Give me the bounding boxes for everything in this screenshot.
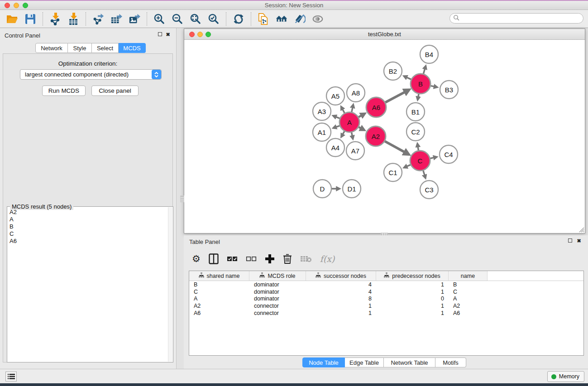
cell-shared-name[interactable]: B — [189, 281, 249, 288]
task-history-button[interactable] — [5, 372, 17, 381]
cell-shared-name[interactable]: A — [189, 295, 249, 302]
mcds-result-list[interactable]: A2ABCA6 — [8, 209, 167, 361]
network-canvas[interactable]: B4B2BB3B1C2A5A8A6A3AA1A2A4A7CC4C1C3DD1 — [184, 40, 585, 233]
vertical-splitter-handle[interactable] — [180, 195, 184, 202]
graph-node-B[interactable]: B — [411, 74, 430, 94]
toggle-view-eye-icon[interactable] — [312, 13, 324, 25]
search-box[interactable] — [449, 13, 583, 24]
edge-A2-C[interactable] — [385, 141, 408, 154]
network-minimize-button[interactable] — [197, 32, 203, 37]
clone-network-icon[interactable] — [258, 13, 269, 25]
result-scrollbar[interactable] — [168, 207, 172, 362]
zoom-in-icon[interactable] — [153, 13, 165, 25]
result-item[interactable]: A6 — [8, 238, 167, 245]
table-settings-icon[interactable]: ⚙ — [192, 253, 201, 265]
tab-edge-table[interactable]: Edge Table — [345, 357, 384, 367]
table-row[interactable]: A2connector11A2 — [189, 302, 583, 310]
zoom-selected-icon[interactable] — [208, 13, 220, 25]
cell-MCDS-role[interactable]: dominator — [249, 295, 306, 302]
table-row[interactable]: Cdominator41C — [189, 288, 583, 295]
cell-name[interactable]: C — [449, 289, 488, 295]
graph-node-A[interactable]: A — [339, 112, 359, 132]
table-close-icon[interactable]: ✖ — [576, 238, 582, 244]
cell-predecessor-nodes[interactable]: 0 — [376, 295, 449, 302]
close-panel-icon[interactable]: ✖ — [165, 32, 171, 38]
table-float-icon[interactable] — [567, 238, 573, 244]
tab-node-table[interactable]: Node Table — [302, 357, 345, 367]
edge-A-A7[interactable] — [352, 133, 353, 139]
cell-name[interactable]: A2 — [449, 303, 488, 309]
cell-name[interactable]: B — [449, 281, 488, 288]
minimize-window-button[interactable] — [14, 3, 19, 8]
edge-A-A8[interactable] — [352, 105, 353, 112]
column-header-MCDS-role[interactable]: MCDS role — [249, 271, 306, 281]
graph-node-A8[interactable]: A8 — [347, 84, 365, 102]
tab-network[interactable]: Network — [35, 43, 68, 53]
graph-node-B1[interactable]: B1 — [406, 103, 425, 121]
graph-node-D1[interactable]: D1 — [343, 180, 361, 198]
graph-node-C2[interactable]: C2 — [406, 123, 425, 141]
deselect-all-columns-icon[interactable] — [246, 253, 257, 265]
edge-A-A2[interactable] — [359, 127, 364, 130]
run-mcds-button[interactable]: Run MCDS — [42, 86, 86, 96]
function-builder-icon[interactable]: f(x) — [320, 253, 335, 265]
edge-A-A1[interactable] — [333, 126, 339, 128]
graph-node-A5[interactable]: A5 — [326, 87, 344, 105]
edge-A-A5[interactable] — [341, 107, 344, 113]
graph-node-A1[interactable]: A1 — [313, 123, 331, 141]
cell-MCDS-role[interactable]: dominator — [249, 281, 306, 288]
edge-C-C1[interactable] — [404, 165, 411, 167]
cell-shared-name[interactable]: C — [189, 289, 249, 295]
add-column-icon[interactable] — [265, 253, 275, 265]
edge-B-B3[interactable] — [431, 86, 437, 87]
tab-mcds[interactable]: MCDS — [119, 43, 146, 53]
graph-node-C4[interactable]: C4 — [440, 145, 458, 163]
network-close-button[interactable] — [189, 32, 195, 37]
graph-node-C[interactable]: C — [410, 151, 430, 171]
table-row[interactable]: Bdominator41B — [189, 281, 583, 288]
graph-node-B4[interactable]: B4 — [420, 45, 438, 63]
tab-style[interactable]: Style — [68, 43, 92, 53]
edge-B-B1[interactable] — [418, 94, 419, 100]
delete-table-icon[interactable] — [300, 253, 312, 265]
edge-A6-B[interactable] — [385, 90, 409, 103]
cell-successor-nodes[interactable]: 8 — [306, 295, 376, 302]
float-panel-icon[interactable] — [157, 32, 163, 38]
graph-node-A7[interactable]: A7 — [346, 142, 364, 160]
cell-predecessor-nodes[interactable]: 1 — [376, 281, 449, 288]
cell-successor-nodes[interactable]: 4 — [306, 289, 376, 295]
graph-node-B3[interactable]: B3 — [440, 81, 458, 99]
import-table-icon[interactable] — [67, 13, 79, 25]
cell-predecessor-nodes[interactable]: 1 — [376, 289, 449, 295]
node-table[interactable]: shared nameMCDS rolesuccessor nodesprede… — [189, 271, 584, 356]
column-header-shared-name[interactable]: shared name — [189, 271, 249, 281]
column-header-successor-nodes[interactable]: successor nodes — [306, 271, 376, 281]
graph-node-A6[interactable]: A6 — [366, 97, 386, 117]
network-zoom-button[interactable] — [206, 32, 211, 37]
criterion-select[interactable]: largest connected component (directed) — [20, 69, 162, 80]
export-table-icon[interactable] — [110, 13, 122, 25]
cell-predecessor-nodes[interactable]: 1 — [376, 310, 449, 316]
refresh-icon[interactable] — [233, 13, 244, 25]
edge-C-C3[interactable] — [423, 171, 425, 178]
home-icon[interactable] — [276, 13, 287, 25]
close-window-button[interactable] — [5, 3, 10, 8]
edge-B-B2[interactable] — [404, 76, 411, 79]
graph-node-A2[interactable]: A2 — [366, 126, 386, 146]
select-all-columns-icon[interactable] — [227, 253, 238, 265]
result-item[interactable]: B — [8, 223, 167, 230]
network-window-titlebar[interactable]: testGlobe.txt — [184, 29, 585, 40]
tab-motifs[interactable]: Motifs — [435, 357, 466, 367]
cell-MCDS-role[interactable]: connector — [249, 303, 306, 309]
open-session-icon[interactable] — [6, 13, 18, 25]
cell-shared-name[interactable]: A6 — [189, 310, 249, 316]
graph-node-B2[interactable]: B2 — [384, 62, 402, 80]
table-row[interactable]: A6connector11A6 — [189, 310, 583, 317]
import-network-icon[interactable] — [49, 13, 61, 25]
column-header-predecessor-nodes[interactable]: predecessor nodes — [376, 271, 449, 281]
edge-C-C2[interactable] — [417, 144, 418, 151]
cell-name[interactable]: A6 — [449, 310, 488, 316]
result-item[interactable]: A2 — [8, 209, 167, 216]
graph-node-C3[interactable]: C3 — [420, 181, 438, 199]
search-input[interactable] — [461, 15, 583, 22]
